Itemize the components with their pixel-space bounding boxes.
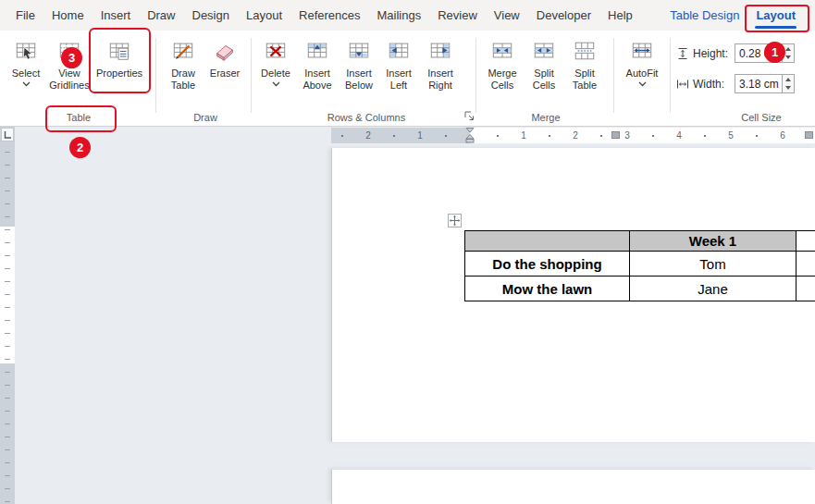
insert-right-label: Insert Right <box>418 68 463 92</box>
ruler-tick <box>497 135 499 137</box>
select-button[interactable]: Select <box>6 31 46 104</box>
table-cell[interactable] <box>796 252 815 277</box>
table-header-cell[interactable]: Week 1 <box>630 231 796 252</box>
document-table: Week 1 Do the shopping Tom Mow the lawn … <box>464 230 815 301</box>
width-value: 3.18 cm <box>739 78 779 91</box>
annotation-box-layout-tab <box>745 5 809 32</box>
delete-table-icon <box>262 37 290 65</box>
tab-references[interactable]: References <box>290 0 368 31</box>
group-separator <box>155 38 156 113</box>
draw-table-button[interactable]: Draw Table <box>161 31 205 104</box>
stepper-down-icon[interactable] <box>783 84 794 93</box>
select-label: Select <box>12 68 41 80</box>
ruler-tick <box>393 135 395 137</box>
tab-insert[interactable]: Insert <box>93 0 140 31</box>
column-width-icon <box>675 77 693 92</box>
split-table-button[interactable]: Split Table <box>564 31 605 104</box>
word-window: File Home Insert Draw Design Layout Refe… <box>0 0 815 504</box>
insert-below-button[interactable]: Insert Below <box>339 31 379 104</box>
insert-left-icon <box>385 37 413 65</box>
table-cell[interactable]: Tom <box>630 252 796 277</box>
table-cell[interactable]: Jane <box>630 277 796 301</box>
select-icon <box>12 37 40 65</box>
tab-draw[interactable]: Draw <box>139 0 183 31</box>
ribbon-group-draw: Draw Table Eraser Draw <box>161 31 250 126</box>
width-input[interactable]: 3.18 cm <box>735 74 783 93</box>
horizontal-ruler[interactable]: 2 1 1 2 3 4 5 6 <box>331 128 815 143</box>
tab-view[interactable]: View <box>486 0 528 31</box>
split-cells-button[interactable]: Split Cells <box>524 31 564 104</box>
width-field-row: Width: 3.18 cm <box>675 73 812 94</box>
ruler-tick <box>600 135 602 137</box>
table-cell[interactable] <box>796 277 815 301</box>
ribbon-autofit-segment: AutoFit <box>618 31 668 126</box>
vertical-ruler-ticks <box>5 127 10 504</box>
merge-cells-button[interactable]: Merge Cells <box>481 31 524 104</box>
ribbon-group-cell-size: Height: 0.28 cm Width: 3.18 cm <box>673 31 812 126</box>
group-label-merge: Merge <box>481 112 611 123</box>
ruler-tick <box>341 135 343 137</box>
tab-selector[interactable] <box>1 128 14 141</box>
insert-above-icon <box>303 37 331 65</box>
insert-below-icon <box>345 37 373 65</box>
ruler-tick <box>652 135 654 137</box>
vertical-ruler[interactable] <box>0 127 15 504</box>
ruler-tick <box>445 135 447 137</box>
ruler-tick <box>704 135 706 137</box>
split-table-icon <box>571 37 599 65</box>
tab-review[interactable]: Review <box>429 0 486 31</box>
insert-left-label: Insert Left <box>379 68 418 92</box>
document-area: 2 1 1 2 3 4 5 6 <box>0 127 815 504</box>
insert-below-label: Insert Below <box>339 68 379 92</box>
table-column-marker[interactable] <box>611 131 620 139</box>
ruler-tick <box>756 135 758 137</box>
split-cells-icon <box>530 37 558 65</box>
tab-developer[interactable]: Developer <box>528 0 599 31</box>
tab-home[interactable]: Home <box>43 0 93 31</box>
stepper-up-icon[interactable] <box>783 75 794 84</box>
insert-above-button[interactable]: Insert Above <box>296 31 339 104</box>
annotation-step-2: 2 <box>69 137 91 158</box>
tab-help[interactable]: Help <box>599 0 641 31</box>
width-label: Width: <box>693 78 735 91</box>
ruler-number: 6 <box>780 129 785 142</box>
autofit-icon <box>628 37 656 65</box>
delete-label: Delete <box>261 68 290 80</box>
tab-file[interactable]: File <box>7 0 43 31</box>
width-stepper[interactable] <box>783 74 795 93</box>
tab-layout[interactable]: Layout <box>238 0 290 31</box>
group-separator <box>613 38 614 113</box>
table-column-marker[interactable] <box>805 131 813 139</box>
insert-left-button[interactable]: Insert Left <box>379 31 418 104</box>
autofit-button[interactable]: AutoFit <box>618 31 666 104</box>
group-label-draw: Draw <box>161 112 250 123</box>
ruler-number: 1 <box>417 129 423 142</box>
tab-mailings[interactable]: Mailings <box>369 0 430 31</box>
eraser-button[interactable]: Eraser <box>205 31 244 104</box>
annotation-box-properties <box>89 28 151 93</box>
ruler-number: 2 <box>365 129 371 142</box>
ruler-tick <box>549 135 550 137</box>
tab-table-design[interactable]: Table Design <box>661 0 747 31</box>
insert-right-button[interactable]: Insert Right <box>418 31 463 104</box>
document-page-2 <box>331 470 815 504</box>
document-page-1: Week 1 Do the shopping Tom Mow the lawn … <box>331 148 815 442</box>
table-cell[interactable]: Do the shopping <box>465 252 630 277</box>
split-cells-label: Split Cells <box>524 68 564 92</box>
tab-design[interactable]: Design <box>184 0 238 31</box>
ruler-number: 4 <box>676 129 682 142</box>
chevron-down-icon <box>22 81 31 87</box>
table-header-cell[interactable] <box>796 231 815 252</box>
delete-button[interactable]: Delete <box>255 31 296 104</box>
annotation-step-3: 3 <box>61 47 82 68</box>
annotation-step-1: 1 <box>764 42 785 63</box>
dialog-launcher-icon[interactable] <box>463 109 475 122</box>
table-cell[interactable]: Mow the lawn <box>465 277 630 301</box>
height-label: Height: <box>693 47 735 60</box>
indent-markers[interactable] <box>464 128 475 143</box>
insert-above-label: Insert Above <box>296 68 339 92</box>
chevron-down-icon <box>272 81 280 87</box>
table-move-handle[interactable] <box>448 214 462 227</box>
group-separator <box>475 38 476 113</box>
table-header-cell[interactable] <box>465 231 630 252</box>
